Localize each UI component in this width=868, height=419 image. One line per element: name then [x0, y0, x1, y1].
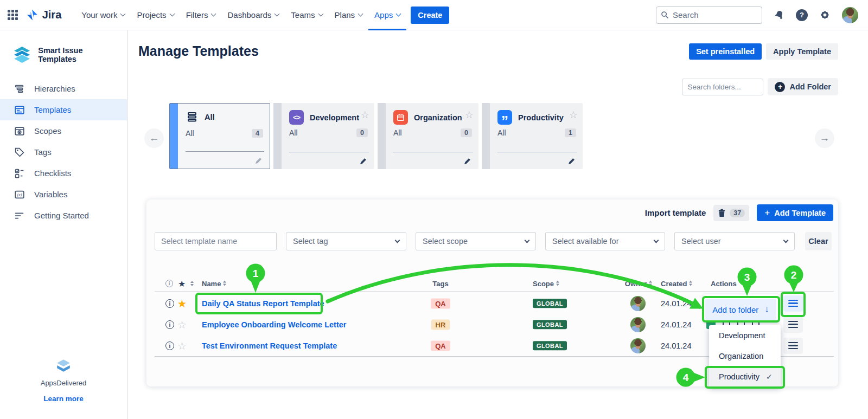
add-to-folder-button[interactable]: Add to folder ↓: [705, 299, 776, 320]
tag-cell: QA: [424, 340, 457, 351]
tags-icon: [14, 146, 25, 158]
carousel-right-arrow[interactable]: →: [815, 128, 834, 148]
trash-button[interactable]: 37: [713, 205, 749, 221]
nav-your-work[interactable]: Your work: [75, 0, 131, 30]
chevron-down-icon: [275, 11, 280, 17]
sidebar-item-variables[interactable]: (x) Variables: [0, 184, 127, 205]
column-scope[interactable]: Scope: [533, 279, 559, 287]
edit-pencil-icon[interactable]: [463, 157, 471, 165]
owner-avatar: [630, 338, 646, 353]
row-menu-button[interactable]: [783, 338, 803, 354]
folder-count-badge: 0: [461, 128, 472, 137]
column-created[interactable]: Created: [661, 279, 692, 287]
search-icon: [661, 11, 669, 19]
scope-badge: GLOBAL: [533, 299, 567, 308]
user-avatar[interactable]: [842, 7, 858, 23]
sort-icon[interactable]: [190, 281, 194, 286]
folder-card-productivity[interactable]: ” Productivity ☆ All 1: [482, 103, 583, 169]
folder-name: Development: [310, 113, 359, 122]
favorite-star-icon[interactable]: ☆: [465, 109, 474, 121]
nav-filters[interactable]: Filters: [180, 0, 222, 30]
search-input[interactable]: [673, 10, 749, 20]
templates-icon: [14, 104, 25, 116]
column-name[interactable]: Name: [202, 279, 226, 287]
hierarchies-icon: [14, 83, 25, 95]
info-icon[interactable]: i: [165, 320, 174, 329]
table-header: i ★ Name Tags Scope Owner Created Action…: [155, 275, 834, 292]
select-scope-dropdown[interactable]: Select scope: [416, 232, 536, 250]
folder-card-development[interactable]: <> Development ☆ All 0: [273, 103, 374, 169]
smart-issue-templates-logo: [12, 44, 32, 65]
jira-logo[interactable]: Jira: [25, 8, 62, 22]
edit-pencil-icon[interactable]: [359, 157, 367, 165]
sort-icon: [689, 281, 692, 286]
card-divider: [186, 151, 264, 152]
add-template-button[interactable]: + Add Template: [757, 204, 833, 221]
calendar-icon: [393, 110, 408, 125]
nav-apps[interactable]: Apps: [368, 0, 406, 30]
template-name-link[interactable]: Employee Onboarding Welcome Letter: [202, 320, 346, 329]
nav-plans[interactable]: Plans: [329, 0, 369, 30]
import-template-link[interactable]: Import template: [645, 208, 706, 217]
row-menu-button[interactable]: [783, 317, 803, 333]
learn-more-link[interactable]: Learn more: [0, 395, 127, 403]
nav-dashboards[interactable]: Dashboards: [221, 0, 285, 30]
favorite-star-icon[interactable]: ★: [177, 297, 187, 310]
folder-card-all[interactable]: All All 4: [169, 103, 270, 169]
sidebar-item-checklists[interactable]: Checklists: [0, 163, 127, 184]
select-tag-dropdown[interactable]: Select tag: [286, 232, 406, 250]
template-name-link[interactable]: Daily QA Status Report Template: [202, 299, 324, 308]
sidebar-item-tags[interactable]: Tags: [0, 141, 127, 163]
sidebar-item-getting-started[interactable]: Getting Started: [0, 205, 127, 226]
info-column-icon: i: [165, 280, 173, 287]
folder-name: Productivity: [518, 113, 564, 122]
sidebar: Smart Issue Templates Hierarchies Templa…: [0, 30, 128, 419]
edit-pencil-icon[interactable]: [567, 157, 576, 165]
info-icon[interactable]: i: [165, 341, 174, 350]
menu-item-productivity[interactable]: Productivity✓: [709, 366, 781, 386]
favorite-star-icon[interactable]: ☆: [361, 109, 369, 121]
set-preinstalled-button[interactable]: Set preinstalled: [689, 43, 762, 60]
app-title: Smart Issue Templates: [38, 46, 122, 63]
app-grid-icon[interactable]: [8, 10, 18, 20]
nav-teams[interactable]: Teams: [285, 0, 328, 30]
edit-pencil-icon[interactable]: [254, 157, 263, 165]
apply-template-button[interactable]: Apply Template: [766, 43, 838, 60]
select-user-dropdown[interactable]: Select user: [674, 232, 795, 250]
favorite-star-icon[interactable]: ☆: [177, 339, 187, 352]
global-search-box[interactable]: [656, 7, 762, 24]
notifications-bell-icon[interactable]: [773, 9, 785, 21]
column-owner[interactable]: Owner: [619, 279, 658, 287]
clear-filters-button[interactable]: Clear: [805, 232, 832, 250]
folder-card-organization[interactable]: Organization ☆ All 0: [378, 103, 478, 169]
settings-gear-icon[interactable]: [819, 9, 831, 21]
sidebar-item-hierarchies[interactable]: Hierarchies: [0, 78, 127, 99]
menu-item-organization[interactable]: Organization: [709, 346, 781, 366]
created-date: 24.01.24: [661, 299, 691, 308]
scope-badge: GLOBAL: [533, 320, 567, 329]
select-available-for-dropdown[interactable]: Select available for: [545, 232, 665, 250]
jira-mark-icon: [25, 8, 39, 22]
nav-projects[interactable]: Projects: [131, 0, 180, 30]
trash-icon: [718, 209, 726, 217]
favorite-star-icon[interactable]: ☆: [569, 109, 578, 121]
info-icon[interactable]: i: [165, 299, 174, 308]
card-accent-stripe: [170, 104, 178, 169]
column-actions: Actions: [711, 279, 737, 287]
carousel-left-arrow[interactable]: ←: [144, 128, 164, 148]
create-button[interactable]: Create: [411, 7, 449, 24]
chevron-down-icon: [120, 11, 126, 17]
template-name-link[interactable]: Test Environment Request Template: [202, 341, 337, 350]
add-folder-button[interactable]: + Add Folder: [768, 78, 838, 95]
sidebar-item-templates[interactable]: Templates: [0, 99, 127, 120]
select-template-name-input[interactable]: [155, 232, 277, 250]
favorite-star-icon[interactable]: ☆: [177, 318, 187, 331]
sidebar-item-scopes[interactable]: Scopes: [0, 120, 127, 141]
help-icon[interactable]: ?: [796, 9, 808, 21]
svg-text:(x): (x): [17, 192, 22, 197]
menu-item-development[interactable]: Development: [709, 325, 781, 346]
search-folders-input[interactable]: [682, 79, 763, 95]
row-menu-button[interactable]: [783, 295, 803, 312]
chevron-down-icon: [169, 11, 175, 17]
star-column-icon: ★: [178, 278, 186, 288]
